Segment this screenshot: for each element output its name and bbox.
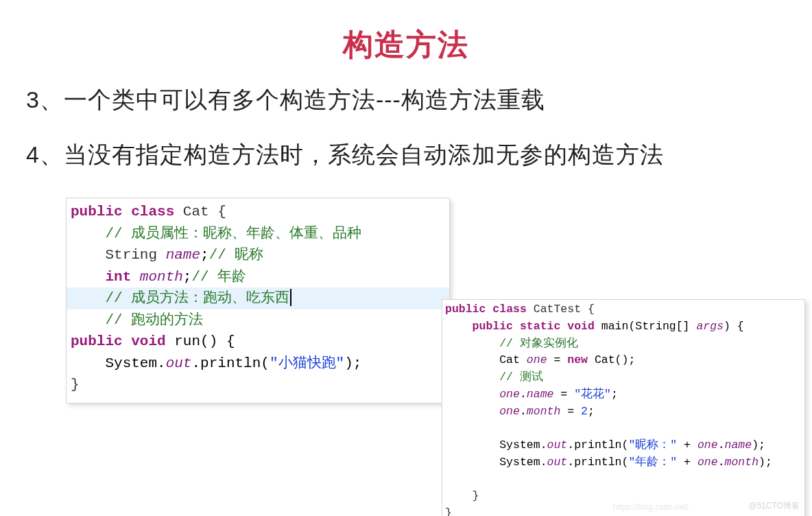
comment-methods: // 成员方法：跑动、吃东西 <box>105 290 289 306</box>
kw-void: void <box>131 333 165 349</box>
bullet-3-num: 3、 <box>26 86 64 113</box>
kw-public-main: public <box>473 320 513 333</box>
brace-close-class: } <box>445 506 452 516</box>
sys-r1: System <box>499 438 540 452</box>
one-name-field: name <box>527 388 554 401</box>
param-type: String[] <box>635 320 689 333</box>
out-r1: out <box>547 438 568 452</box>
bullet-list: 3、一个类中可以有多个构造方法---构造方法重载 4、当没有指定构造方法时，系统… <box>0 84 812 171</box>
watermark-main: @51CTO博客 <box>748 500 800 512</box>
kw-void-r: void <box>567 320 595 333</box>
method-run: run <box>174 333 200 349</box>
one-month-field: month <box>527 405 561 418</box>
comment-run: // 跑动的方法 <box>105 312 203 328</box>
sys: System <box>105 355 157 371</box>
comment-properties: // 成员属性：昵称、年龄、体重、品种 <box>105 226 361 242</box>
kw-class: class <box>131 204 174 220</box>
one-name-lhs: one <box>499 388 520 401</box>
comment-name: // 昵称 <box>209 247 264 263</box>
month-r2: month <box>725 456 759 469</box>
comment-instantiate: // 对象实例化 <box>499 337 578 350</box>
str-age: "年龄：" <box>628 456 677 469</box>
println-r2: println <box>574 456 621 469</box>
sys-r2: System <box>499 456 540 469</box>
highlighted-line: // 成员方法：跑动、吃东西 <box>67 288 449 309</box>
bullet-4: 4、当没有指定构造方法时，系统会自动添加无参的构造方法 <box>26 139 812 171</box>
comment-month: // 年龄 <box>191 269 246 285</box>
bullet-3-text: 一个类中可以有多个构造方法---构造方法重载 <box>64 86 545 113</box>
out-r2: out <box>547 456 568 469</box>
brace-open: { <box>217 204 226 220</box>
one-month-lhs: one <box>499 405 520 418</box>
out: out <box>166 355 192 371</box>
name-r1: name <box>725 438 752 452</box>
bullet-4-num: 4、 <box>26 141 64 167</box>
num-two: 2 <box>581 405 588 418</box>
str-run: "小猫快跑" <box>270 355 344 371</box>
kw-public-r: public <box>445 303 486 316</box>
str-huahua: "花花" <box>574 388 611 401</box>
plus-2: + <box>684 456 691 469</box>
page-title: 构造方法 <box>0 25 812 65</box>
str-nick: "昵称：" <box>628 438 677 452</box>
plus-1: + <box>684 438 691 452</box>
one-r1: one <box>697 438 718 452</box>
field-name: name <box>166 247 200 263</box>
type-string: String <box>105 247 157 263</box>
code-block-cattest-class: public class CatTest { public static voi… <box>442 299 805 516</box>
comment-test: // 测试 <box>499 371 543 384</box>
brace-close-main: } <box>473 489 479 502</box>
bullet-3: 3、一个类中可以有多个构造方法---构造方法重载 <box>26 84 812 116</box>
field-month: month <box>140 269 183 285</box>
one-r2: one <box>697 456 718 469</box>
brace-open-r: { <box>588 303 595 316</box>
var-one: one <box>527 353 547 366</box>
type-int: int <box>105 269 131 285</box>
println-r1: println <box>574 438 621 452</box>
kw-public: public <box>71 204 123 220</box>
kw-public-2: public <box>71 333 123 349</box>
kw-new: new <box>567 353 588 366</box>
text-cursor-icon <box>290 289 291 306</box>
watermark-faint: https://blog.csdn.net/ <box>612 502 689 512</box>
classname-cat: Cat <box>183 204 209 220</box>
method-main: main <box>601 320 629 333</box>
bullet-4-text: 当没有指定构造方法时，系统会自动添加无参的构造方法 <box>64 141 664 167</box>
type-cat: Cat <box>499 353 520 366</box>
println: println <box>200 355 261 371</box>
kw-class-r: class <box>492 303 527 316</box>
ctor-cat: Cat() <box>595 353 629 366</box>
brace-close-run: } <box>71 377 80 392</box>
param-args: args <box>696 320 724 333</box>
kw-static: static <box>520 320 560 333</box>
code-block-cat-class: public class Cat { // 成员属性：昵称、年龄、体重、品种 S… <box>66 198 450 403</box>
classname-cattest: CatTest <box>534 303 581 316</box>
